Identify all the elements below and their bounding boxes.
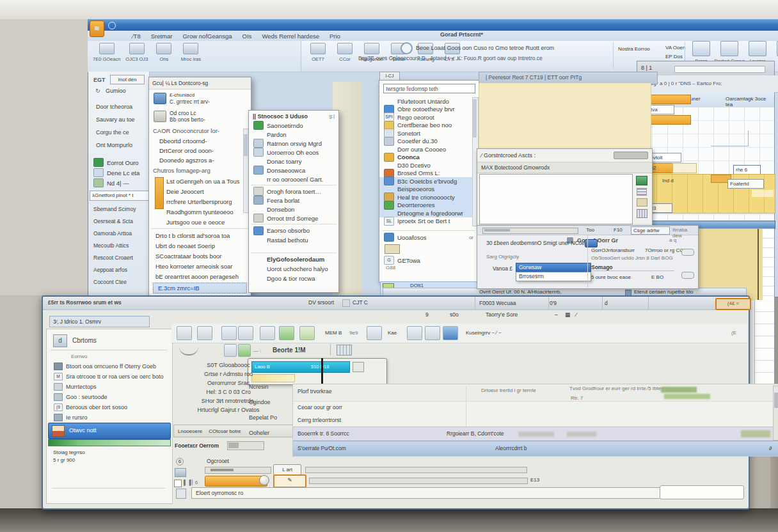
left-panel-item[interactable]: Sauvary au toe (96, 116, 135, 123)
menu-item[interactable]: Jurtsgoo oue e oeoce (149, 217, 251, 227)
toolbar-button[interactable] (238, 344, 251, 357)
menu-item[interactable]: Eaorso obsorbo (249, 226, 338, 235)
toolbar-button[interactable] (367, 326, 382, 340)
table-row-selected[interactable]: S'oerrate Pu∕Ot.com Aleorrrcdrrt b ∂ (293, 441, 778, 456)
sidebar-item[interactable]: (9Beroous ober tort sosoo (48, 402, 171, 412)
gantt-header-2[interactable]: Oarcamtagk 3oce tea (726, 96, 774, 107)
menu-item[interactable]: Dbeortd crtoornd- (149, 136, 251, 146)
menu-item[interactable]: Lst oGenrgeh on ua a Tous (149, 176, 251, 186)
attachment-icon[interactable] (176, 489, 186, 499)
menu-item[interactable]: Crertfberae beo noo (379, 121, 474, 130)
menu-item[interactable]: Brosed Orms L: (379, 169, 474, 178)
menu-item[interactable]: rrcfrere Urterlberspruorg (149, 196, 251, 207)
table-row-highlighted[interactable]: Booerrrk tr. 8 Soorrcc Rrgoiearr B, Cdor… (293, 426, 778, 442)
progress-side-icon[interactable] (353, 362, 364, 372)
menu-item[interactable]: Pardon (249, 130, 338, 139)
green-block-icon[interactable] (636, 176, 647, 185)
dialog2-dropdown[interactable]: Csge adrtw (631, 226, 670, 235)
checkbox[interactable] (174, 480, 182, 487)
slider-handle-icon[interactable] (681, 272, 694, 279)
menu-item[interactable]: bE orearrtret aooon perageseh (149, 271, 251, 281)
ribbon-tab[interactable]: Weds Rerrel hardese (262, 33, 319, 40)
dialog2-combo-selected[interactable]: Gorwsaw (516, 263, 591, 272)
menu-item[interactable]: G GETowa (379, 256, 481, 265)
bottom-window-titlebar[interactable]: £5rr ts Rosrrwoo srum et ws DV srsoort C… (43, 297, 749, 310)
menu-item[interactable]: Ratrnon orsvig Mgrd (249, 139, 338, 148)
ribbon-tab[interactable]: Prio (329, 33, 340, 40)
left-panel-sync-label[interactable]: Gumioo (106, 88, 126, 94)
menu-item[interactable]: Dorr oura Coooeo (379, 145, 474, 153)
app-icon[interactable]: ≋ (90, 20, 104, 37)
left-panel-item[interactable]: Oamorab Arttoa (93, 230, 136, 237)
menu-item[interactable]: ElyGofosolerodaum (249, 254, 338, 264)
ribbon-tab[interactable]: ∕T8 (132, 33, 141, 40)
dialog2-combo-option[interactable]: Brrosesrm (516, 272, 591, 281)
ribbon-small-label-3[interactable]: EP Dos (665, 54, 683, 59)
left-panel-item[interactable]: Oesrseat & Scta (93, 218, 136, 224)
slider-track[interactable] (309, 478, 528, 484)
toolbar-button[interactable] (425, 326, 440, 340)
menu-item[interactable]: Drteogme a fogredoorwr (379, 209, 474, 217)
menu-item[interactable]: Cooetfer du.30 (379, 137, 474, 146)
menu-item[interactable]: Od croo Lc Bb onos berto- (149, 107, 251, 125)
grid-icon[interactable] (637, 209, 647, 218)
table-scrollbar[interactable] (773, 386, 778, 441)
slider-track[interactable] (205, 467, 271, 474)
menu-item[interactable]: Drto t b ctlorstt ad'soroa toa (149, 230, 251, 240)
ribbon-small-label-1[interactable]: Nostra Eorroo (618, 46, 650, 52)
slider-handle-icon[interactable] (681, 249, 694, 256)
menu-item[interactable]: Uooafosos or (379, 232, 481, 242)
footer-side-field[interactable] (660, 485, 744, 499)
menu-item[interactable]: Hteo korroeter arneoisk soar (149, 261, 251, 271)
sidebar-item[interactable]: Ie rursro (48, 412, 171, 423)
ribbon-tab[interactable]: Grow nofGeansga (182, 33, 232, 40)
left-panel-item[interactable]: Aeppoat arfos (93, 267, 136, 273)
menu-item-selected[interactable]: E.3cm zmrc=IB (153, 283, 247, 293)
sidebar-item[interactable]: Goo : seurtoode (48, 392, 171, 402)
menu-item[interactable]: Doonedo agszros a- (149, 155, 251, 165)
sidebar-item[interactable]: Btoort ooa orncueno ff Oterry Goeb (48, 361, 171, 372)
menu-item[interactable]: DrtCeror orod ooon- (149, 146, 251, 155)
left-panel-item[interactable]: Mecoutb Attics (93, 242, 136, 249)
menubar-item[interactable]: s0o (450, 311, 459, 318)
sidebar-selected-item[interactable]: Otwvc nott (48, 423, 171, 439)
menu-item[interactable]: Donsebon (249, 205, 338, 214)
menubar-item[interactable]: ∕ (576, 311, 576, 318)
footer-button[interactable]: L art (273, 464, 301, 475)
menu-item[interactable]: SCoactrataar boots boor (149, 251, 251, 261)
ribbon-button[interactable]: Ohs (153, 43, 175, 62)
form-tab-1[interactable]: Lnooeoere (178, 428, 202, 434)
toolbar-button[interactable] (279, 326, 294, 340)
ribbon-tab[interactable]: OIs (242, 33, 252, 40)
menu-item[interactable]: B3c Ooetcbs e'brvodg (379, 177, 474, 185)
menu-item[interactable]: Beispeoeoros (379, 185, 474, 194)
toolbar-button[interactable] (238, 326, 253, 340)
gantt-label-box[interactable]: rhe 6 (733, 165, 761, 175)
toolbar-button[interactable] (299, 326, 315, 340)
scrollbar-thumb[interactable] (244, 134, 248, 156)
menu-item[interactable]: Deorrteroeres (379, 201, 474, 210)
menu-item[interactable]: Uorot uchochero halyo (249, 264, 338, 274)
left-panel-item[interactable]: Ont Mompurlo (96, 142, 135, 148)
menubar-item[interactable]: – (555, 311, 558, 318)
ribbon-round-icon[interactable] (401, 42, 413, 54)
table-row[interactable]: Plorf trvorkrae Drtoeur trertld i gr ter… (293, 384, 778, 402)
left-panel-item[interactable]: Nd 4| — (92, 178, 142, 188)
menubar-item[interactable]: 9 (425, 311, 429, 318)
menu-item[interactable]: Obre ootoetheuy brvr (379, 106, 474, 114)
grid-view-icon[interactable]: ▦ (565, 311, 570, 318)
toolbar-button[interactable] (177, 326, 192, 340)
menu-item[interactable]: Saonoetirndo (249, 121, 338, 130)
toolbar-button[interactable] (443, 326, 458, 340)
bottom-tab[interactable]: 3∕, J tdrico 1. Osmrv (49, 316, 150, 327)
menu-item[interactable]: D30 Dcetivo (379, 161, 474, 169)
scrollbar-thumb[interactable] (774, 393, 778, 408)
footer-orange-button[interactable]: ✎ (273, 474, 306, 488)
slider-thumb[interactable] (259, 475, 269, 485)
menu-item[interactable]: Donsaeoowca (249, 166, 338, 175)
list-lines-icon[interactable] (637, 188, 647, 196)
dialog1-button[interactable] (614, 152, 648, 159)
form-tab-2[interactable]: COtcoar botre (209, 428, 241, 434)
left-panel-button[interactable]: Inot den (110, 75, 145, 84)
toolbar-button[interactable] (260, 326, 275, 340)
